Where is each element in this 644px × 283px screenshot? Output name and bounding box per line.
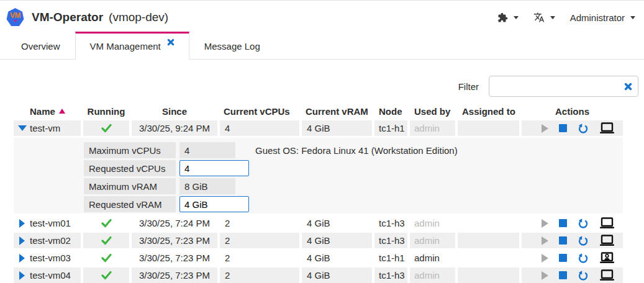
column-header-since[interactable]: Since <box>132 103 217 119</box>
console-in-use-icon[interactable] <box>599 252 615 264</box>
collapse-row-icon[interactable] <box>17 125 27 131</box>
plugins-menu-button[interactable] <box>497 12 519 23</box>
used-by-cell: admin <box>410 215 455 231</box>
since-cell: 3/30/25, 7:23 PM <box>132 267 217 283</box>
app-title: VM-Operator <box>32 11 103 24</box>
running-status <box>83 250 129 266</box>
stop-vm-icon[interactable] <box>559 124 567 132</box>
app-subtitle: (vmop-dev) <box>109 11 168 24</box>
running-check-icon <box>101 253 112 263</box>
vm-name: test-vm04 <box>30 270 71 281</box>
start-vm-icon[interactable] <box>542 124 548 133</box>
column-header-name[interactable]: Name <box>14 103 81 119</box>
stop-vm-icon[interactable] <box>559 254 567 262</box>
user-menu-label: Administrator <box>570 12 625 23</box>
vm-name: test-vm03 <box>30 253 71 263</box>
open-console-icon[interactable] <box>599 217 615 229</box>
current-vcpus-cell: 2 <box>220 250 299 266</box>
running-check-icon <box>101 124 112 133</box>
chevron-down-icon <box>630 16 635 19</box>
column-header-current-vram[interactable]: Current vRAM <box>302 103 372 119</box>
reset-vm-icon[interactable] <box>578 253 589 264</box>
filter-clear-icon[interactable] <box>624 83 632 91</box>
used-by-cell: admin <box>410 250 455 266</box>
stop-vm-icon[interactable] <box>559 236 567 245</box>
requested-vcpus-input[interactable] <box>179 160 249 176</box>
running-check-icon <box>101 271 112 280</box>
max-vcpus-label: Maximum vCPUs <box>84 142 176 158</box>
start-vm-icon[interactable] <box>542 219 548 228</box>
filter-row: Filter <box>0 76 638 97</box>
current-vram-cell: 4 GiB <box>302 233 372 248</box>
reset-vm-icon[interactable] <box>578 270 589 281</box>
tab-label: VM Management <box>90 41 161 52</box>
current-vcpus-cell: 4 <box>220 120 299 136</box>
tab-vm-management[interactable]: VM Management <box>75 32 189 60</box>
translate-icon <box>533 12 545 23</box>
tab-label: Overview <box>21 41 60 52</box>
guest-os-info: Guest OS: Fedora Linux 41 (Workstation E… <box>255 142 458 213</box>
max-vcpus-value: 4 <box>179 142 235 158</box>
current-vram-cell: 4 GiB <box>302 250 372 266</box>
assigned-to-cell <box>458 120 519 136</box>
table-row: test-vm04 3/30/25, 7:23 PM 2 4 GiB tc1-h… <box>14 267 623 283</box>
reset-vm-icon[interactable] <box>578 218 589 229</box>
vm-name: test-vm01 <box>30 218 71 228</box>
filter-label: Filter <box>458 81 479 92</box>
node-cell: tc1-h3 <box>374 215 407 231</box>
current-vram-cell: 4 GiB <box>302 215 372 231</box>
vm-detail-form: Maximum vCPUs 4 Requested vCPUs Maximum … <box>84 142 249 213</box>
filter-input[interactable] <box>489 76 624 96</box>
language-menu-button[interactable] <box>533 12 555 23</box>
node-cell: tc1-h3 <box>374 233 407 248</box>
current-vcpus-cell: 2 <box>220 233 299 248</box>
running-status <box>83 120 129 136</box>
reset-vm-icon[interactable] <box>578 235 589 246</box>
stop-vm-icon[interactable] <box>559 219 567 227</box>
current-vram-cell: 4 GiB <box>302 120 372 136</box>
requested-vram-input[interactable] <box>179 196 249 212</box>
stop-vm-icon[interactable] <box>559 271 567 279</box>
since-cell: 3/30/25, 7:23 PM <box>132 233 217 248</box>
current-vcpus-cell: 2 <box>220 267 299 283</box>
expand-row-icon[interactable] <box>17 254 27 263</box>
start-vm-icon[interactable] <box>542 271 548 280</box>
tab-overview[interactable]: Overview <box>6 32 75 59</box>
table-row: test-vm02 3/30/25, 7:23 PM 2 4 GiB tc1-h… <box>14 233 623 248</box>
assigned-to-cell <box>458 233 519 248</box>
running-check-icon <box>101 236 112 245</box>
since-cell: 3/30/25, 7:24 PM <box>132 215 217 231</box>
open-console-icon[interactable] <box>599 269 615 281</box>
expand-row-icon[interactable] <box>17 271 27 280</box>
tab-close-icon[interactable] <box>167 38 175 46</box>
table-header-row: Name Running Since Current vCPUs Current… <box>14 103 623 119</box>
column-header-used-by[interactable]: Used by <box>410 103 455 119</box>
user-menu-button[interactable]: Administrator <box>570 12 635 23</box>
column-header-actions: Actions <box>522 103 623 119</box>
column-header-running[interactable]: Running <box>83 103 129 119</box>
column-header-current-vcpus[interactable]: Current vCPUs <box>220 103 299 119</box>
expand-row-icon[interactable] <box>17 236 27 245</box>
open-console-icon[interactable] <box>599 235 615 246</box>
column-header-assigned-to[interactable]: Assigned to <box>458 103 519 119</box>
node-cell: tc1-h1 <box>374 120 407 136</box>
start-vm-icon[interactable] <box>542 236 548 245</box>
assigned-to-cell <box>458 267 519 283</box>
running-check-icon <box>101 218 112 228</box>
open-console-icon[interactable] <box>599 122 615 134</box>
table-row: test-vm01 3/30/25, 7:24 PM 2 4 GiB tc1-h… <box>14 215 623 231</box>
header-menus: Administrator <box>497 12 635 23</box>
tab-message-log[interactable]: Message Log <box>189 32 275 59</box>
tab-label: Message Log <box>204 41 260 52</box>
vm-name: test-vm02 <box>30 235 71 246</box>
assigned-to-cell <box>458 250 519 266</box>
reset-vm-icon[interactable] <box>578 123 589 134</box>
used-by-cell: admin <box>410 120 455 136</box>
column-header-node[interactable]: Node <box>374 103 407 119</box>
start-vm-icon[interactable] <box>542 254 548 263</box>
logo-arrow-icon <box>14 20 17 22</box>
node-cell: tc1-h1 <box>374 250 407 266</box>
running-status <box>83 215 129 231</box>
expand-row-icon[interactable] <box>17 219 27 228</box>
vm-name: test-vm <box>30 123 60 133</box>
